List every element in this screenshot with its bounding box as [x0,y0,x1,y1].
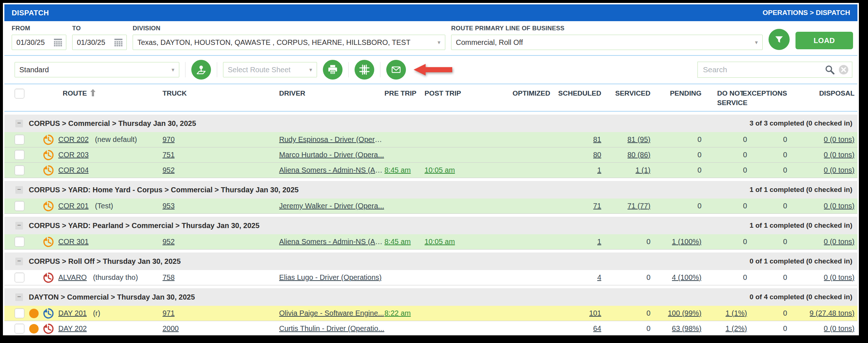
clock-history-icon[interactable] [43,200,54,212]
column-header-truck[interactable]: TRUCK [157,89,266,107]
serviced-value[interactable]: 80 (86) [627,151,650,159]
route-link[interactable]: COR 204 [58,166,89,174]
clock-history-icon[interactable] [43,165,54,176]
row-checkbox[interactable] [15,273,24,282]
pre-trip-time[interactable]: 8:22 am [384,309,411,317]
exceptions-value[interactable]: 0 [783,135,787,144]
calendar-icon[interactable] [54,38,62,46]
disposal-value[interactable]: 0 (0 tons) [824,166,855,174]
scheduled-value[interactable]: 101 [589,309,601,317]
column-header-do-not-service[interactable]: DO NOT SERVICE [701,89,747,107]
row-checkbox[interactable] [15,237,24,247]
disposal-value[interactable]: 0 (0 tons) [824,202,855,210]
pending-value[interactable]: 1 (100%) [672,238,701,246]
clock-history-icon[interactable] [43,236,54,248]
division-select[interactable]: Texas, DAYTON, HOUSTON, QAWASTE , CORPUS… [133,35,445,50]
serviced-value[interactable]: 0 [646,309,650,317]
serviced-value[interactable]: 0 [646,324,650,333]
do-not-service-value[interactable]: 0 [743,166,747,174]
pending-value[interactable]: 0 [697,135,701,144]
truck-link[interactable]: 953 [163,202,175,210]
search-icon[interactable] [824,64,835,75]
scheduled-value[interactable]: 81 [593,135,601,144]
driver-link[interactable]: Aliena Somers - Admin-NS (Admin) [279,166,384,174]
to-date-input[interactable]: 01/30/25 [72,35,127,50]
scheduled-value[interactable]: 1 [597,166,601,174]
disposal-value[interactable]: 0 (0 tons) [824,238,855,246]
select-all-checkbox[interactable] [15,89,24,99]
column-header-serviced[interactable]: SERVICED [601,89,650,107]
clear-search-icon[interactable] [838,64,849,75]
calendar-icon[interactable] [114,38,123,46]
row-checkbox[interactable] [15,308,24,318]
driver-link[interactable]: Jeremy Walker - Driver (Opera... [279,202,384,210]
serviced-value[interactable]: 81 (95) [627,135,650,144]
pre-trip-time[interactable]: 8:45 am [384,238,411,246]
do-not-service-value[interactable]: 1 (1%) [726,309,747,317]
collapse-group-button[interactable]: − [15,186,23,194]
route-link[interactable]: ALVARO [58,273,87,282]
truck-link[interactable]: 970 [163,135,175,144]
route-link[interactable]: COR 201 [58,202,89,210]
pending-value[interactable]: 0 [697,202,701,210]
disposal-value[interactable]: 0 (0 tons) [824,273,855,282]
serviced-value[interactable]: 71 (77) [627,202,650,210]
truck-link[interactable]: 971 [163,309,175,317]
collapse-group-button[interactable]: − [15,222,23,230]
pending-value[interactable]: 4 (100%) [672,273,701,282]
post-trip-time[interactable]: 10:05 am [425,166,455,174]
column-header-exceptions[interactable]: EXCEPTIONS [747,89,787,107]
clock-history-icon[interactable] [43,272,54,284]
do-not-service-value[interactable]: 0 [743,135,747,144]
post-trip-time[interactable]: 10:05 am [425,238,455,246]
exceptions-value[interactable]: 0 [783,309,787,317]
clock-history-icon[interactable] [43,308,54,319]
view-select[interactable]: Standard ▼ [15,62,179,77]
clock-history-icon[interactable] [43,149,54,161]
row-checkbox[interactable] [15,165,24,175]
do-not-service-value[interactable]: 0 [743,202,747,210]
truck-link[interactable]: 952 [163,238,175,246]
pre-trip-time[interactable]: 8:45 am [384,166,411,174]
exceptions-value[interactable]: 0 [783,273,787,282]
scheduled-value[interactable]: 1 [597,238,601,246]
route-map-button[interactable] [355,60,374,80]
column-header-disposal[interactable]: DISPOSAL [787,89,855,107]
load-button[interactable]: LOAD [795,32,853,49]
lob-select[interactable]: Commercial, Roll Off ▼ [451,35,763,50]
disposal-value[interactable]: 0 (0 tons) [824,324,855,333]
exceptions-value[interactable]: 0 [783,202,787,210]
column-header-route[interactable]: ROUTE [29,89,157,107]
scheduled-value[interactable]: 71 [593,202,601,210]
scheduled-value[interactable]: 4 [597,273,601,282]
disposal-value[interactable]: 0 (0 tons) [824,135,855,144]
exceptions-value[interactable]: 0 [783,238,787,246]
pending-value[interactable]: 100 (99%) [668,309,701,317]
driver-link[interactable]: Olivia Paige - Software Engine... [279,309,384,317]
driver-link[interactable]: Curtis Thulin - Driver (Operatio... [279,324,384,333]
disposal-value[interactable]: 9 (27.48 tons) [810,309,855,317]
from-date-input[interactable]: 01/30/25 [12,35,66,50]
print-button[interactable] [323,60,343,80]
row-checkbox[interactable] [15,324,24,334]
pending-value[interactable]: 0 [697,151,701,159]
do-not-service-value[interactable]: 0 [743,151,747,159]
route-link[interactable]: DAY 201 [58,309,87,317]
column-header-scheduled[interactable]: SCHEDULED [550,89,601,107]
truck-link[interactable]: 758 [163,273,175,282]
column-header-optimized[interactable]: OPTIMIZED [492,89,550,107]
exceptions-value[interactable]: 0 [783,324,787,333]
column-header-post-trip[interactable]: POST TRIP [425,89,492,107]
row-checkbox[interactable] [15,150,24,160]
do-not-service-value[interactable]: 0 [743,273,747,282]
route-link[interactable]: DAY 202 [58,324,87,333]
column-header-driver[interactable]: DRIVER [266,89,384,107]
route-link[interactable]: COR 203 [58,151,89,159]
route-sheet-select[interactable]: Select Route Sheet ▼ [223,62,317,77]
pending-value[interactable]: 0 [697,166,701,174]
column-header-pending[interactable]: PENDING [650,89,701,107]
do-not-service-value[interactable]: 1 (2%) [726,324,747,333]
email-button[interactable] [386,60,406,80]
driver-map-button[interactable] [191,60,211,80]
exceptions-value[interactable]: 0 [783,151,787,159]
